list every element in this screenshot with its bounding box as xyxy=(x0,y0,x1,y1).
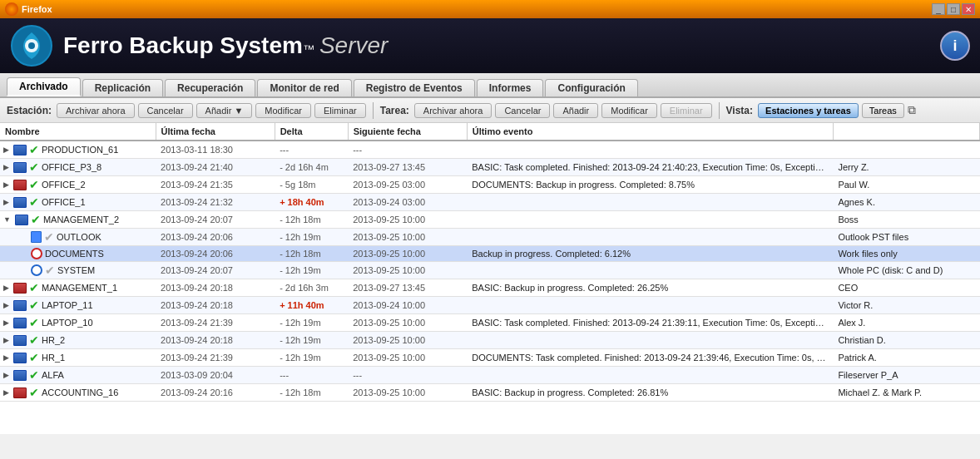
server-blue-icon xyxy=(13,353,27,363)
cell-event xyxy=(467,332,833,349)
table-body: ▶ ✔ PRODUCTION_61 2013-03-11 18:30 --- -… xyxy=(0,141,980,402)
app-header: Ferro Backup System ™ Server i xyxy=(0,18,980,73)
cancelar-tarea-btn[interactable]: Cancelar xyxy=(495,103,550,118)
cell-last-date: 2013-09-24 21:40 xyxy=(156,159,275,176)
close-btn[interactable]: ✕ xyxy=(962,3,975,15)
row-name-text: SYSTEM xyxy=(57,265,95,275)
col-header-user xyxy=(833,123,979,141)
expand-arrow[interactable]: ▶ xyxy=(3,371,9,379)
modificar-tarea-btn[interactable]: Modificar xyxy=(601,103,657,118)
tab-replicacion[interactable]: Replicación xyxy=(82,79,163,96)
table-row[interactable]: ✔ SYSTEM 2013-09-24 20:07 - 12h 19m 2013… xyxy=(0,262,980,279)
eliminar-tarea-btn[interactable]: Eliminar xyxy=(661,103,712,118)
tab-configuracion[interactable]: Configuración xyxy=(545,79,637,96)
cell-delta: + 11h 40m xyxy=(275,297,348,314)
expand-arrow[interactable]: ▶ xyxy=(3,163,9,171)
archivar-ahora-tarea-btn[interactable]: Archivar ahora xyxy=(414,103,492,118)
maximize-btn[interactable]: □ xyxy=(947,3,960,15)
cell-delta: - 12h 19m xyxy=(275,349,348,367)
cell-next-date: 2013-09-25 10:00 xyxy=(348,262,467,279)
expand-arrow[interactable]: ▼ xyxy=(3,215,11,224)
status-green-check: ✔ xyxy=(29,351,39,364)
cell-user: Agnes K. xyxy=(833,194,979,211)
cell-name: ▶ ✔ ACCOUNTING_16 xyxy=(0,384,156,402)
anadir-tarea-btn[interactable]: Añadir xyxy=(553,103,598,118)
table-row[interactable]: ▶ ✔ MANAGEMENT_1 2013-09-24 20:18 - 2d 1… xyxy=(0,279,980,297)
cell-event: BASIC: Task completed. Finished: 2013-09… xyxy=(467,159,833,176)
tab-archivado[interactable]: Archivado xyxy=(7,77,81,96)
cell-delta: - 12h 19m xyxy=(275,332,348,349)
modificar-estacion-btn[interactable]: Modificar xyxy=(255,103,311,118)
table-row[interactable]: ▶ ✔ LAPTOP_10 2013-09-24 21:39 - 12h 19m… xyxy=(0,314,980,332)
cell-delta: --- xyxy=(275,367,348,384)
cell-user: Work files only xyxy=(833,246,979,262)
vista-estaciones-tareas-btn[interactable]: Estaciones y tareas xyxy=(758,103,859,118)
cell-event: DOCUMENTS: Task completed. Finished: 201… xyxy=(467,349,833,367)
table-row[interactable]: ▶ ✔ PRODUCTION_61 2013-03-11 18:30 --- -… xyxy=(0,141,980,159)
table-row[interactable]: ▼ ✔ MANAGEMENT_2 2013-09-24 20:07 - 12h … xyxy=(0,211,980,229)
expand-arrow[interactable]: ▶ xyxy=(3,301,9,309)
server-red-icon xyxy=(13,387,27,398)
cell-user: Whole PC (disk: C and D) xyxy=(833,262,979,279)
minimize-btn[interactable]: _ xyxy=(932,3,945,15)
cell-last-date: 2013-09-24 20:07 xyxy=(156,211,275,229)
expand-arrow[interactable]: ▶ xyxy=(3,198,9,206)
expand-arrow[interactable]: ▶ xyxy=(3,353,9,362)
table-row[interactable]: ▶ ✔ ALFA 2013-03-09 20:04 --- --- Filese… xyxy=(0,367,980,384)
expand-arrow[interactable]: ▶ xyxy=(3,180,9,189)
status-green-check: ✔ xyxy=(29,368,39,382)
cell-last-date: 2013-03-11 18:30 xyxy=(156,141,275,159)
server-blue-icon xyxy=(13,318,27,328)
cell-event xyxy=(467,211,833,229)
status-green-check: ✔ xyxy=(29,333,39,347)
table-row[interactable]: ✔ OUTLOOK 2013-09-24 20:06 - 12h 19m 201… xyxy=(0,229,980,246)
expand-arrow[interactable]: ▶ xyxy=(3,146,9,154)
cell-delta: - 12h 19m xyxy=(275,314,348,332)
table-row[interactable]: DOCUMENTS 2013-09-24 20:06 - 12h 18m 201… xyxy=(0,246,980,262)
archivar-ahora-estacion-btn[interactable]: Archivar ahora xyxy=(57,103,135,118)
cell-user: Michael Z. & Mark P. xyxy=(833,384,979,402)
titlebar-label: Firefox xyxy=(22,4,52,14)
server-blue-icon xyxy=(13,197,27,208)
table-row[interactable]: ▶ ✔ HR_2 2013-09-24 20:18 - 12h 19m 2013… xyxy=(0,332,980,349)
table-row[interactable]: ▶ ✔ OFFICE_1 2013-09-24 21:32 + 18h 40m … xyxy=(0,194,980,211)
cell-name: ▶ ✔ MANAGEMENT_1 xyxy=(0,279,156,297)
row-name-text: ACCOUNTING_16 xyxy=(42,387,118,397)
server-blue-icon xyxy=(13,145,27,155)
info-button[interactable]: i xyxy=(940,31,970,61)
cell-last-date: 2013-09-24 20:18 xyxy=(156,279,275,297)
status-check: ✔ xyxy=(44,230,54,244)
row-name-text: MANAGEMENT_2 xyxy=(43,215,119,225)
cell-name: ▶ ✔ LAPTOP_11 xyxy=(0,297,156,314)
cell-next-date: 2013-09-25 10:00 xyxy=(348,332,467,349)
expand-arrow[interactable]: ▶ xyxy=(3,388,9,397)
table-row[interactable]: ▶ ✔ OFFICE_2 2013-09-24 21:35 - 5g 18m 2… xyxy=(0,176,980,194)
cell-event: DOCUMENTS: Backup in progress. Completed… xyxy=(467,176,833,194)
cell-event: Backup in progress. Completed: 6.12% xyxy=(467,246,833,262)
app-title: Ferro Backup System ™ Server xyxy=(63,32,388,59)
expand-arrow[interactable]: ▶ xyxy=(3,336,9,344)
copy-icon[interactable]: ⧉ xyxy=(908,103,916,117)
table-row[interactable]: ▶ ✔ HR_1 2013-09-24 21:39 - 12h 19m 2013… xyxy=(0,349,980,367)
table-row[interactable]: ▶ ✔ OFFICE_P3_8 2013-09-24 21:40 - 2d 16… xyxy=(0,159,980,176)
tab-informes[interactable]: Informes xyxy=(477,79,544,96)
vista-tareas-btn[interactable]: Tareas xyxy=(862,103,904,118)
cell-last-date: 2013-03-09 20:04 xyxy=(156,367,275,384)
eliminar-estacion-btn[interactable]: Eliminar xyxy=(314,103,366,118)
tab-registro[interactable]: Registro de Eventos xyxy=(354,79,475,96)
expand-arrow[interactable]: ▶ xyxy=(3,284,9,292)
cell-next-date: 2013-09-25 10:00 xyxy=(348,246,467,262)
table-row[interactable]: ▶ ✔ LAPTOP_11 2013-09-24 20:18 + 11h 40m… xyxy=(0,297,980,314)
cancelar-estacion-btn[interactable]: Cancelar xyxy=(138,103,193,118)
row-name-text: HR_2 xyxy=(42,335,65,345)
anadir-estacion-btn[interactable]: Añadir ▼ xyxy=(196,103,253,118)
cell-delta: - 12h 18m xyxy=(275,246,348,262)
status-green-check: ✔ xyxy=(29,160,39,174)
tab-monitor[interactable]: Monitor de red xyxy=(257,79,351,96)
status-green-check: ✔ xyxy=(29,316,39,329)
expand-arrow[interactable]: ▶ xyxy=(3,318,9,327)
row-name-text: PRODUCTION_61 xyxy=(42,145,118,155)
tarea-label: Tarea: xyxy=(380,105,409,116)
table-row[interactable]: ▶ ✔ ACCOUNTING_16 2013-09-24 20:16 - 12h… xyxy=(0,384,980,402)
tab-recuperacion[interactable]: Recuperación xyxy=(165,79,255,96)
